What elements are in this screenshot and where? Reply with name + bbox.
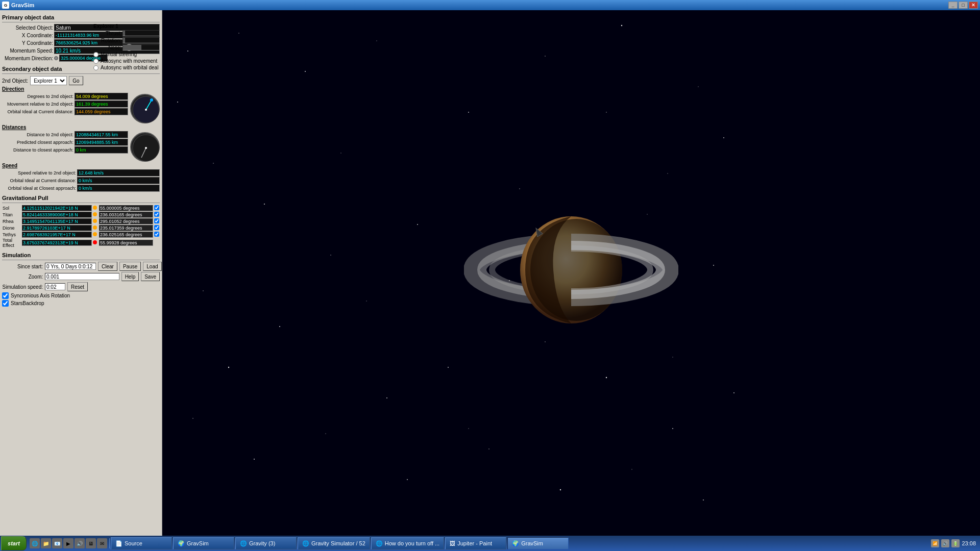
nose-bar[interactable] bbox=[122, 44, 160, 51]
grav-sol-degrees: 55.000005 degrees bbox=[99, 205, 153, 211]
svg-point-6 bbox=[145, 147, 147, 149]
svg-point-16 bbox=[723, 137, 724, 138]
degrees-label: Degrees to 2nd object: bbox=[2, 94, 74, 99]
svg-point-9 bbox=[238, 33, 239, 34]
grav-titan-degrees: 236.003165 degrees bbox=[99, 212, 153, 218]
closest-value: 0 km bbox=[75, 146, 128, 154]
grav-tethys-check[interactable] bbox=[154, 232, 159, 237]
ql-icon-1[interactable]: 🌐 bbox=[30, 538, 40, 548]
ql-icon-7[interactable]: ✉ bbox=[97, 538, 107, 548]
grav-sol-dot bbox=[93, 206, 97, 210]
grav-table: Sol 4.12511512021942E+18 N 55.000005 deg… bbox=[2, 205, 160, 248]
grav-rhea-force: 3.14951547041135E+17 N bbox=[22, 218, 92, 224]
svg-point-8 bbox=[187, 51, 188, 52]
svg-point-32 bbox=[733, 392, 734, 393]
grav-sol-name: Sol bbox=[2, 205, 21, 211]
autosync-orbital-radio[interactable] bbox=[93, 65, 99, 70]
direction-fields: Degrees to 2nd object: 54.009 degrees Mo… bbox=[2, 93, 128, 116]
quick-launch: 🌐 📁 📧 ▶ 🔊 🖥 ✉ bbox=[28, 538, 110, 548]
svg-point-12 bbox=[468, 112, 469, 113]
grav-titan-dot bbox=[93, 212, 97, 216]
sim-speed-input[interactable] bbox=[45, 283, 65, 290]
grav-sol-check[interactable] bbox=[154, 205, 159, 210]
svg-point-27 bbox=[366, 300, 366, 301]
orbital-closest-value: 0 km/s bbox=[77, 185, 160, 192]
start-label: start bbox=[8, 540, 20, 546]
autosync-movement-label: Autosync with movement bbox=[101, 58, 157, 64]
grav-row-tethys: Tethys 2.6987683921957E+17 N 236.025165 … bbox=[2, 231, 160, 238]
taskbar-gravsim-active[interactable]: 🌍 GravSim bbox=[507, 537, 569, 549]
orbital-label: Orbital Ideal at Current distance: bbox=[2, 109, 74, 114]
direction-label: Direction bbox=[2, 86, 160, 92]
taskbar-how-do[interactable]: 🌐 How do you turn off ... bbox=[371, 537, 444, 549]
ql-icon-4[interactable]: ▶ bbox=[63, 538, 74, 548]
minimize-button[interactable]: _ bbox=[948, 2, 958, 9]
space-canvas[interactable] bbox=[162, 10, 980, 536]
since-start-input[interactable] bbox=[45, 263, 96, 270]
autosync-orbital-label: Autosync with orbital deal bbox=[101, 65, 158, 70]
syncronious-checkbox[interactable] bbox=[2, 292, 9, 299]
ql-icon-3[interactable]: 📧 bbox=[52, 538, 62, 548]
grav-titan-name: Titan bbox=[2, 211, 21, 218]
zoom-input[interactable] bbox=[45, 273, 119, 280]
grav-row-rhea: Rhea 3.14951547041135E+17 N 295.01052 de… bbox=[2, 218, 160, 224]
grav-tethys-name: Tethys bbox=[2, 231, 21, 238]
load-button[interactable]: Load bbox=[143, 262, 161, 271]
ql-icon-6[interactable]: 🖥 bbox=[86, 538, 96, 548]
start-button[interactable]: start bbox=[1, 536, 27, 550]
pause-button[interactable]: Pause bbox=[119, 262, 141, 271]
svg-point-25 bbox=[203, 290, 204, 291]
reset-button[interactable]: Reset bbox=[67, 282, 88, 291]
momentum-speed-label: Momentum Speed: bbox=[2, 48, 53, 54]
taskbar-source-icon: 📄 bbox=[115, 540, 122, 547]
movement-value: 161.39 degrees bbox=[75, 101, 128, 108]
svg-point-3 bbox=[145, 109, 147, 111]
autosync-movement-radio[interactable] bbox=[93, 59, 99, 64]
thrust-bar[interactable] bbox=[122, 30, 160, 36]
taskbar-gravity3[interactable]: 🌐 Gravity (3) bbox=[235, 537, 297, 549]
secondary-section: Secondary object data 2nd Object: Explor… bbox=[2, 66, 160, 192]
svg-point-45 bbox=[386, 397, 387, 398]
orbital-current-label: Orbital Ideal at Current distance: bbox=[2, 178, 76, 183]
taskbar-gravsim-active-icon: 🌍 bbox=[512, 540, 519, 547]
title-bar-text: GravSim bbox=[11, 2, 34, 8]
grav-rhea-check[interactable] bbox=[154, 218, 159, 223]
save-button[interactable]: Save bbox=[141, 272, 160, 281]
ql-icon-2[interactable]: 📁 bbox=[41, 538, 51, 548]
grav-header: Gravitational Pull bbox=[2, 195, 160, 201]
grav-dione-check[interactable] bbox=[154, 225, 159, 230]
svg-point-40 bbox=[703, 499, 704, 500]
svg-point-34 bbox=[254, 459, 255, 460]
grav-tethys-degrees: 236.025165 degrees bbox=[99, 232, 153, 238]
taskbar-gravsim-1[interactable]: 🌍 GravSim bbox=[173, 537, 234, 549]
taskbar-source[interactable]: 📄 Source bbox=[111, 537, 172, 549]
clear-button[interactable]: Clear bbox=[98, 262, 117, 271]
title-bar-buttons[interactable]: _ □ ✕ bbox=[948, 2, 978, 9]
grav-titan-check[interactable] bbox=[154, 212, 159, 217]
grav-sol-force-cell: 4.12511512021942E+18 N bbox=[21, 205, 92, 211]
help-button[interactable]: Help bbox=[121, 272, 139, 281]
ql-icon-5[interactable]: 🔊 bbox=[75, 538, 85, 548]
taskbar-gravity-sim[interactable]: 🌐 Gravity Simulator / 52 bbox=[298, 537, 370, 549]
taskbar-gravity-sim-icon: 🌐 bbox=[302, 540, 309, 547]
go-button[interactable]: Go bbox=[69, 76, 83, 85]
taskbar-how-do-label: How do you turn off ... bbox=[385, 540, 439, 546]
distance-compass bbox=[130, 132, 160, 162]
manual-steering-radio[interactable] bbox=[93, 52, 99, 57]
maximize-button[interactable]: □ bbox=[959, 2, 968, 9]
close-button[interactable]: ✕ bbox=[969, 2, 978, 9]
grav-total-dot bbox=[93, 240, 97, 244]
taskbar-jupiter-paint[interactable]: 🖼 Jupiter - Paint bbox=[445, 537, 506, 549]
rotation-bar[interactable] bbox=[122, 37, 160, 43]
sim-section: Simulation Since start: Clear Pause Load… bbox=[2, 252, 160, 307]
svg-point-37 bbox=[488, 448, 489, 449]
svg-point-44 bbox=[667, 173, 668, 173]
dist-2nd-label: Distance to 2nd object: bbox=[2, 132, 74, 137]
svg-point-17 bbox=[213, 163, 214, 164]
stars-checkbox[interactable] bbox=[2, 300, 9, 307]
stars-label: StarsBackdrop bbox=[11, 300, 44, 306]
svg-point-47 bbox=[228, 367, 229, 368]
saturn-planet-area bbox=[464, 176, 678, 370]
second-obj-select[interactable]: Explorer 1 bbox=[30, 76, 67, 85]
grav-row-titan: Titan 5.82414633389006E+18 N 236.003165 … bbox=[2, 211, 160, 218]
